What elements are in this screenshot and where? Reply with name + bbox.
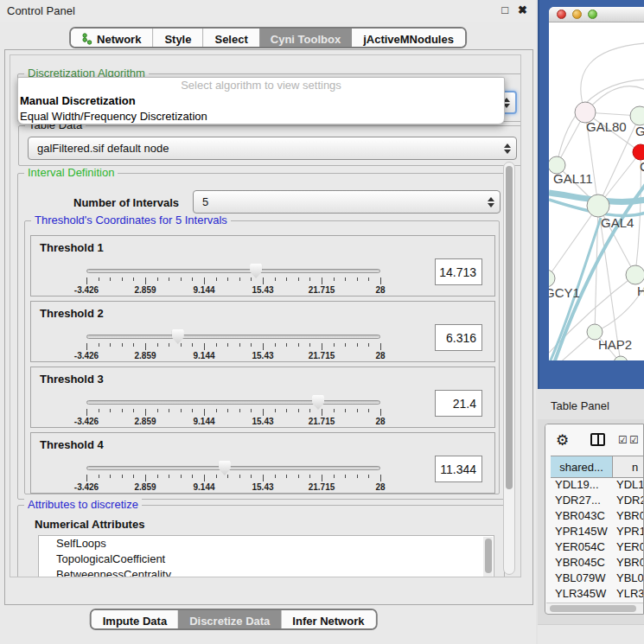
gear-icon[interactable]: ⚙ [556,431,569,450]
numerical-attributes-list[interactable]: SelfLoopsTopologicalCoefficientBetweenne… [38,535,494,577]
spinner-arrows-icon[interactable] [482,191,500,213]
threshold-2-box: Threshold 2 -3.4262.8599.14415.4321.7152… [30,301,495,362]
table-row[interactable]: YPR145WYPR1 [551,525,644,540]
table-cell: YBR043C [551,509,613,525]
attribute-item[interactable]: SelfLoops [39,536,494,552]
threshold-label: Threshold 1 [40,241,104,254]
numerical-attributes-title: Numerical Attributes [35,518,144,531]
table-row[interactable]: YDL19...YDL1 [551,478,644,494]
network-window: GAL80GACGAL11GAL4GCY1HHAP2 [549,7,644,360]
attribute-item[interactable]: BetweennessCentrality [39,567,494,577]
threshold-2-value-field[interactable]: 6.316 [435,324,482,351]
interval-definition-group: Interval Definition Number of Intervals … [17,173,505,500]
attribute-item[interactable]: TopologicalCoefficient [39,552,494,567]
threshold-4-value-field[interactable]: 11.344 [435,456,482,482]
dropdown-item-manual-discretization[interactable]: Manual Discretization [18,93,504,109]
table-panel-region: Table Panel ⚙ ☑ ☑ shared... n YDL19...YD… [538,389,644,644]
tab-impute-data[interactable]: Impute Data [92,610,178,628]
close-traffic-light-icon[interactable] [557,10,566,19]
tab-jactivemnodules[interactable]: jActiveMNodules [352,29,465,47]
scrollbar-thumb[interactable] [485,539,492,573]
threshold-1-value-field[interactable]: 14.713 [435,258,482,285]
network-node-h[interactable] [626,265,644,284]
slider-track[interactable] [86,400,380,405]
table-row[interactable]: YER054CYER0 [551,540,644,556]
slider-thumb[interactable] [172,329,184,344]
table-row[interactable]: YBL079WYBL0 [551,571,644,587]
node-label: C [640,159,644,174]
tab-cyni-toolbox[interactable]: Cyni Toolbox [259,29,352,47]
threshold-4-box: Threshold 4 -3.4262.8599.14415.4321.7152… [30,432,495,494]
threshold-4-slider[interactable]: -3.4262.8599.14415.4321.71528 [86,466,380,493]
threshold-1-slider[interactable]: -3.4262.8599.14415.4321.71528 [86,269,380,296]
column-header-shared-name[interactable]: shared... [551,456,613,477]
column-header-name[interactable]: n [613,456,644,477]
slider-track[interactable] [86,335,380,339]
slider-thumb[interactable] [312,395,324,410]
slider-ticks [86,343,380,350]
table-cell: YBR0 [613,509,644,525]
node-label: H [637,284,644,298]
slider-thumb[interactable] [250,264,262,278]
num-intervals-spinner[interactable]: 5 [193,190,501,214]
table-horizontal-scrollbar[interactable] [546,603,644,613]
tab-discretize-data[interactable]: Discretize Data [178,610,281,628]
panel-vertical-scrollbar[interactable] [503,162,515,575]
algorithm-dropdown-popup: Select algorithm to view settings Manual… [17,77,505,124]
table-row[interactable]: YBR045CYBR0 [551,556,644,571]
combo-arrows-icon[interactable] [499,137,516,159]
slider-track[interactable] [86,466,380,470]
top-tab-bar: Network Style Select Cyni Toolbox jActiv… [69,27,467,48]
table-cell: YER054C [551,540,613,556]
dropdown-item-equal-width-frequency[interactable]: Equal Width/Frequency Discretization [18,109,504,124]
attributes-list-scrollbar[interactable] [483,537,493,577]
tab-infer-network[interactable]: Infer Network [281,610,375,628]
tab-network[interactable]: Network [71,29,152,47]
slider-track[interactable] [86,269,380,273]
network-icon [82,33,92,45]
threshold-label: Threshold 3 [40,373,104,386]
close-icon[interactable]: ✖ [518,3,527,16]
tab-label: Network [97,33,141,46]
network-window-titlebar [549,7,644,22]
checkbox-icon[interactable]: ☑ [618,434,628,446]
table-cell: YPR1 [613,525,644,540]
table-cell: YER0 [613,540,644,556]
tab-style[interactable]: Style [152,29,202,47]
node-label: GA [635,124,644,138]
checkbox-icon[interactable]: ☑ [629,434,639,446]
table-row[interactable]: YBR043CYBR0 [551,509,644,525]
network-canvas[interactable]: GAL80GACGAL11GAL4GCY1HHAP2 [549,22,644,360]
network-node-gal4[interactable] [587,194,609,217]
num-intervals-label: Number of Intervals [73,196,179,209]
tab-select[interactable]: Select [202,29,258,47]
dropdown-prompt[interactable]: Select algorithm to view settings [18,78,504,93]
columns-icon[interactable] [590,433,605,446]
threshold-3-slider[interactable]: -3.4262.8599.14415.4321.71528 [86,400,380,427]
table-row[interactable]: YLR345WYLR3 [551,587,644,603]
network-node-c[interactable] [633,144,644,160]
table-row[interactable]: YDR27...YDR2 [551,494,644,509]
attributes-group: Attributes to discretize Numerical Attri… [17,505,505,577]
threshold-3-value-field[interactable]: 21.4 [435,390,482,417]
slider-tick-labels: -3.4262.8599.14415.4321.71528 [86,482,380,493]
table-cell: YBL079W [551,571,613,587]
network-node-gcy1[interactable] [549,270,555,287]
table-cell: YBR045C [551,556,613,571]
slider-thumb[interactable] [219,461,231,475]
node-attribute-table: shared... n YDL19...YDL1YDR27...YDR2YBR0… [551,456,644,615]
threshold-2-slider[interactable]: -3.4262.8599.14415.4321.71528 [86,335,380,361]
network-view-frame: GAL80GACGAL11GAL4GCY1HHAP2 [538,0,644,389]
table-toolbar: ⚙ ☑ ☑ [545,424,643,456]
scrollbar-thumb[interactable] [506,166,513,489]
network-node-ga[interactable] [630,106,644,125]
float-window-icon[interactable]: □ [501,3,508,16]
node-label: GAL11 [553,171,593,186]
control-panel: Control Panel □ ✖ Network Style Select C… [0,0,536,644]
zoom-traffic-light-icon[interactable] [588,10,597,19]
minimize-traffic-light-icon[interactable] [572,10,582,19]
node-label: GAL4 [601,215,634,230]
thresholds-group: Threshold's Coordinates for 5 Intervals … [24,220,500,494]
scrollbar-thumb[interactable] [550,605,636,612]
table-data-combobox[interactable]: galFiltered.sif default node [28,137,517,160]
